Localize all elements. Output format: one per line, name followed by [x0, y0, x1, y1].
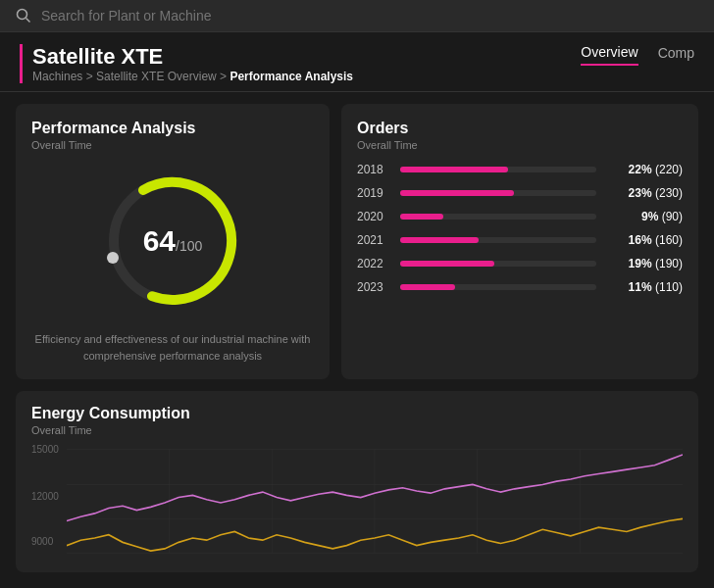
energy-title: Energy Consumption	[31, 405, 683, 422]
breadcrumb: Machines > Satellite XTE Overview > Perf…	[32, 70, 353, 83]
order-year: 2023	[357, 280, 392, 294]
y-label-9000: 9000	[31, 536, 53, 547]
order-year: 2022	[357, 257, 392, 270]
order-bar-track	[400, 261, 596, 267]
energy-subtitle: Overall Time	[31, 424, 683, 436]
order-row: 2020 9% (90)	[357, 210, 683, 223]
orders-subtitle: Overall Time	[357, 139, 683, 151]
page-title: Satellite XTE	[32, 44, 353, 70]
order-bar-fill	[400, 261, 494, 267]
order-row: 2023 11% (110)	[357, 280, 683, 294]
svg-point-4	[107, 252, 119, 264]
order-value: 19% (190)	[604, 257, 683, 270]
order-bar-track	[400, 190, 596, 196]
order-row: 2019 23% (230)	[357, 186, 683, 200]
order-value: 16% (160)	[604, 233, 683, 247]
main-content: Performance Analysis Overall Time 64/100	[0, 92, 714, 584]
gauge-container: 64/100	[31, 163, 314, 319]
top-row: Performance Analysis Overall Time 64/100	[16, 104, 698, 379]
order-bar-track	[400, 284, 596, 290]
chart-area: 15000 12000 9000	[31, 444, 683, 562]
order-bar-fill	[400, 190, 514, 196]
order-year: 2021	[357, 233, 392, 247]
search-input[interactable]	[41, 8, 698, 24]
performance-subtitle: Overall Time	[31, 139, 314, 151]
search-icon	[16, 8, 31, 24]
performance-description: Efficiency and effectiveness of our indu…	[31, 331, 314, 364]
svg-line-1	[26, 19, 30, 23]
nav-comp[interactable]: Comp	[658, 45, 694, 65]
y-label-12000: 12000	[31, 491, 59, 502]
search-bar	[0, 0, 714, 32]
order-bar-fill	[400, 237, 479, 243]
performance-card: Performance Analysis Overall Time 64/100	[16, 104, 330, 379]
header: Satellite XTE Machines > Satellite XTE O…	[0, 32, 714, 92]
gauge-value: 64/100	[143, 224, 203, 258]
order-row: 2022 19% (190)	[357, 257, 683, 270]
y-label-15000: 15000	[31, 444, 59, 455]
orders-list: 2018 22% (220) 2019 23% (230) 2020 9% (9…	[357, 163, 683, 294]
order-year: 2019	[357, 186, 392, 200]
order-bar-track	[400, 167, 596, 172]
svg-point-0	[18, 10, 27, 20]
order-row: 2021 16% (160)	[357, 233, 683, 247]
performance-title: Performance Analysis	[31, 120, 314, 137]
energy-chart-svg	[31, 444, 683, 562]
order-value: 11% (110)	[604, 280, 683, 294]
orders-card: Orders Overall Time 2018 22% (220) 2019 …	[341, 104, 698, 379]
breadcrumb-current: Performance Analysis	[230, 70, 353, 83]
order-value: 22% (220)	[604, 163, 683, 176]
header-nav: Overview Comp	[581, 44, 694, 66]
gauge-score: 64	[143, 224, 176, 257]
order-bar-fill	[400, 167, 508, 172]
order-bar-track	[400, 237, 596, 243]
header-left: Satellite XTE Machines > Satellite XTE O…	[20, 44, 353, 83]
breadcrumb-pre: Machines > Satellite XTE Overview >	[32, 70, 230, 83]
order-row: 2018 22% (220)	[357, 163, 683, 176]
gauge-denom: /100	[176, 238, 202, 254]
order-year: 2020	[357, 210, 392, 223]
order-bar-fill	[400, 214, 443, 220]
energy-card: Energy Consumption Overall Time 15000 12…	[16, 391, 698, 572]
order-value: 9% (90)	[604, 210, 683, 223]
order-value: 23% (230)	[604, 186, 683, 200]
nav-overview[interactable]: Overview	[581, 44, 638, 66]
order-bar-track	[400, 214, 596, 220]
order-bar-fill	[400, 284, 455, 290]
order-year: 2018	[357, 163, 392, 176]
orders-title: Orders	[357, 120, 683, 137]
